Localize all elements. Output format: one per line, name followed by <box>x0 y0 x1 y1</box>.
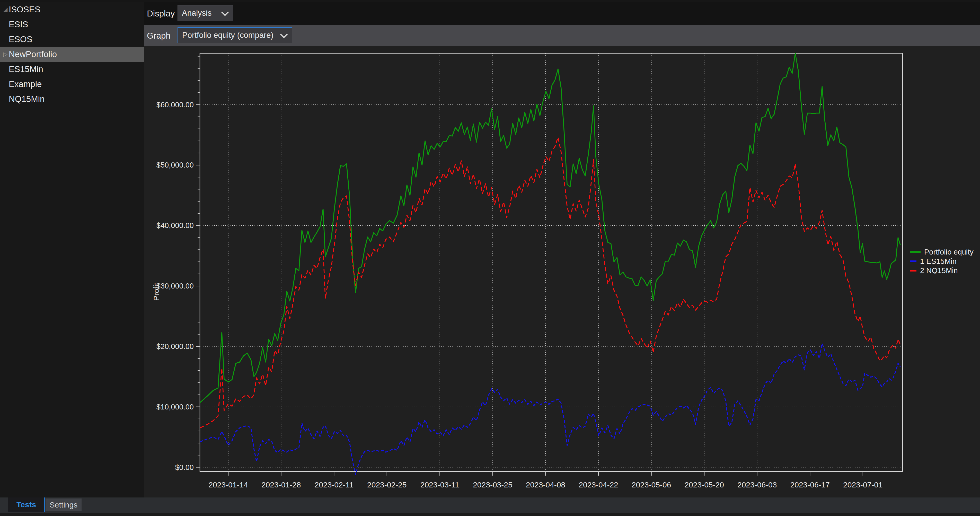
x-axis-tick-label: 2023-01-28 <box>261 481 301 489</box>
y-axis-tick-label: $10,000.00 <box>156 403 194 411</box>
display-dropdown[interactable]: Analysis <box>178 5 233 21</box>
bottom-tab-strip: Tests Settings <box>0 497 980 513</box>
x-axis-tick-label: 2023-04-22 <box>579 481 618 489</box>
sidebar-item-isoses[interactable]: ◢ISOSES <box>0 2 144 17</box>
application-window: ◢ISOSESESISESOS▷NewPortfolioES15MinExamp… <box>0 0 980 516</box>
display-toolbar: Display Analysis <box>144 2 980 25</box>
sidebar-item-label: Example <box>9 79 42 89</box>
x-axis-tick-label: 2023-05-20 <box>684 481 724 489</box>
sidebar-item-label: NQ15Min <box>9 94 45 104</box>
sidebar-item-newportfolio[interactable]: ▷NewPortfolio <box>0 47 144 62</box>
legend-label: 1 ES15Min <box>920 257 956 266</box>
x-axis-tick-label: 2023-07-01 <box>843 481 883 489</box>
graph-dropdown[interactable]: Portfolio equity (compare) <box>178 27 292 43</box>
sidebar-item-label: ES15Min <box>9 64 43 74</box>
graph-label: Graph <box>147 31 170 41</box>
legend-label: 2 NQ15Min <box>920 266 958 275</box>
legend-label: Portfolio equity <box>924 248 974 256</box>
chevron-down-icon <box>280 30 288 38</box>
graph-toolbar: Graph Portfolio equity (compare) <box>144 25 980 46</box>
x-axis-tick-label: 2023-05-06 <box>632 481 671 489</box>
strategy-tree-sidebar: ◢ISOSESESISESOS▷NewPortfolioES15MinExamp… <box>0 2 144 497</box>
collapse-triangle-icon[interactable]: ◢ <box>2 6 9 13</box>
legend-item-portfolio: Portfolio equity <box>910 247 974 256</box>
legend-item-nq15min: 2 NQ15Min <box>910 266 974 275</box>
nq15min-line-swatch <box>910 270 916 272</box>
x-axis-tick-label: 2023-02-25 <box>367 481 407 489</box>
series-line-2-nq15min <box>200 137 900 428</box>
y-axis-tick-label: $0.00 <box>175 463 194 471</box>
series-line-portfolio-equity <box>200 53 900 403</box>
sidebar-item-label: ISOSES <box>9 5 40 14</box>
chart-panel: $0.00$10,000.00$20,000.00$30,000.00$40,0… <box>144 46 980 497</box>
sidebar-item-label: ESOS <box>9 35 32 44</box>
sidebar-item-label: ESIS <box>9 19 28 29</box>
graph-dropdown-value: Portfolio equity (compare) <box>182 30 274 40</box>
equity-chart-canvas[interactable]: $0.00$10,000.00$20,000.00$30,000.00$40,0… <box>144 46 980 497</box>
sidebar-item-nq15min[interactable]: NQ15Min <box>0 92 144 107</box>
es15min-line-swatch <box>910 260 916 262</box>
x-axis-tick-label: 2023-06-17 <box>791 481 830 489</box>
y-axis-tick-label: $30,000.00 <box>156 282 194 290</box>
y-axis-tick-label: $40,000.00 <box>156 221 194 229</box>
expand-triangle-icon[interactable]: ▷ <box>2 51 9 57</box>
sidebar-item-label: NewPortfolio <box>9 49 57 59</box>
chart-legend: Portfolio equity 1 ES15Min 2 NQ15Min <box>910 247 974 275</box>
bottom-status-strip <box>0 513 980 516</box>
x-axis-tick-label: 2023-03-25 <box>473 481 512 489</box>
series-line-1-es15min <box>200 343 900 475</box>
legend-item-es15min: 1 ES15Min <box>910 256 974 266</box>
x-axis-tick-label: 2023-02-11 <box>315 481 353 489</box>
x-axis-tick-label: 2023-01-14 <box>208 481 248 489</box>
y-axis-title: Profit <box>152 283 161 301</box>
sidebar-item-es15min[interactable]: ES15Min <box>0 62 144 77</box>
sidebar-item-esos[interactable]: ESOS <box>0 32 144 47</box>
tab-tests[interactable]: Tests <box>8 497 45 512</box>
x-axis-tick-label: 2023-06-03 <box>737 481 777 489</box>
x-axis-tick-label: 2023-04-08 <box>526 481 565 489</box>
display-dropdown-value: Analysis <box>182 8 212 18</box>
chevron-down-icon <box>221 8 229 16</box>
sidebar-item-esis[interactable]: ESIS <box>0 17 144 32</box>
portfolio-equity-line-swatch <box>910 251 921 253</box>
sidebar-item-example[interactable]: Example <box>0 77 144 92</box>
tab-settings[interactable]: Settings <box>46 498 81 511</box>
plot-area-border <box>200 53 902 471</box>
y-axis-tick-label: $20,000.00 <box>156 342 194 350</box>
y-axis-tick-label: $60,000.00 <box>156 100 194 109</box>
display-label: Display <box>147 9 175 19</box>
x-axis-tick-label: 2023-03-11 <box>420 481 459 489</box>
y-axis-tick-label: $50,000.00 <box>156 161 194 169</box>
